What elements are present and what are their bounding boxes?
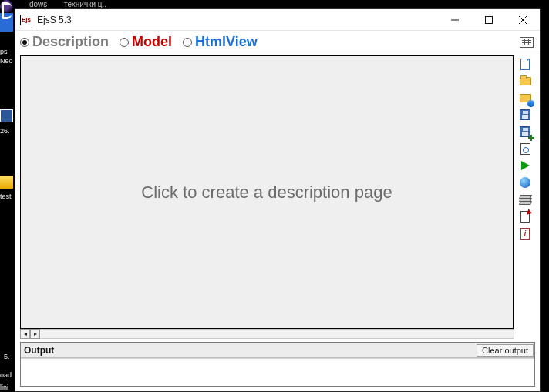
run-button[interactable] [518, 159, 532, 173]
horizontal-scrollbar[interactable]: ◂ ▸ [20, 329, 514, 339]
save-icon [520, 109, 530, 120]
tab-model[interactable]: Model [120, 34, 172, 50]
scroll-right-button[interactable]: ▸ [30, 329, 40, 339]
tab-label: Description [32, 34, 109, 50]
description-canvas[interactable]: Click to create a description page [20, 55, 514, 329]
open-from-web-button[interactable] [518, 91, 532, 105]
desktop-ie-icon [0, 13, 13, 32]
globe-overlay-icon [527, 100, 534, 107]
save-button[interactable] [518, 108, 532, 122]
open-button[interactable] [518, 74, 532, 88]
radio-selected-icon [20, 38, 29, 47]
info-button[interactable]: i [518, 226, 532, 240]
output-textarea[interactable] [21, 358, 534, 386]
tab-label: Model [132, 34, 172, 50]
output-label: Output [21, 345, 57, 356]
desktop-fragment-label: lini [0, 384, 14, 391]
desktop-fragment-label: oad [0, 371, 14, 379]
titlebar[interactable]: Ejs EjsS 5.3 [15, 9, 540, 31]
close-button[interactable] [506, 9, 540, 31]
scroll-left-button[interactable]: ◂ [20, 329, 30, 339]
svg-rect-1 [486, 16, 493, 23]
globe-icon [520, 177, 530, 188]
maximize-button[interactable] [472, 9, 506, 31]
desktop-fragment-label: Neo [0, 57, 14, 65]
search-button[interactable] [518, 142, 532, 156]
desktop-fragment-label: dows [29, 0, 47, 8]
play-icon [521, 161, 530, 170]
scroll-track[interactable] [40, 329, 514, 339]
canvas-placeholder: Click to create a description page [141, 183, 392, 203]
run-in-browser-button[interactable] [518, 176, 532, 189]
output-panel: Output Clear output [20, 342, 535, 387]
close-icon [519, 16, 527, 24]
desktop-fragment-label: технички ц.. [64, 0, 106, 8]
search-icon [520, 143, 530, 155]
new-button[interactable] [518, 57, 532, 71]
open-folder-icon [520, 77, 531, 85]
app-window: Ejs EjsS 5.3 Description Model HtmlView [15, 8, 541, 392]
window-title: EjsS 5.3 [37, 15, 72, 25]
properties-button[interactable] [520, 37, 534, 48]
desktop-fragment-label: _5. [0, 353, 14, 360]
minimize-icon [451, 16, 459, 24]
editor-body: Click to create a description page ◂ ▸ [15, 52, 540, 391]
output-header: Output Clear output [21, 343, 534, 358]
stack-icon [520, 195, 531, 205]
new-file-icon [520, 59, 530, 70]
tab-label: HtmlView [195, 34, 258, 50]
options-icon [520, 211, 530, 223]
radio-icon [183, 38, 192, 47]
options-button[interactable] [518, 209, 532, 223]
minimize-button[interactable] [438, 9, 472, 31]
desktop-fragment-label: ps [0, 48, 14, 55]
maximize-icon [485, 16, 493, 24]
save-as-button[interactable] [518, 125, 532, 139]
info-icon: i [520, 228, 530, 240]
tab-description[interactable]: Description [20, 34, 109, 50]
desktop-word-icon [0, 109, 13, 122]
radio-icon [120, 38, 129, 47]
clear-output-button[interactable]: Clear output [477, 344, 534, 357]
desktop-fragment-label: 26. [0, 127, 14, 135]
app-icon: Ejs [20, 15, 32, 25]
side-toolbar: i [518, 55, 535, 339]
plus-overlay-icon [528, 135, 534, 141]
tab-htmlview[interactable]: HtmlView [183, 34, 258, 50]
desktop-shortcut-icon [0, 176, 13, 189]
package-button[interactable] [518, 193, 532, 206]
view-tabs: Description Model HtmlView [15, 31, 540, 52]
desktop-fragment-label: test [0, 193, 14, 200]
